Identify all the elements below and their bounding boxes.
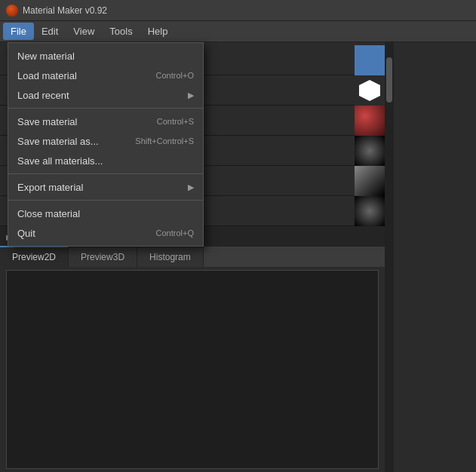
load-recent-label: Load recent: [17, 90, 188, 101]
close-material-label: Close material: [17, 208, 194, 219]
preview-1: [355, 45, 385, 75]
load-recent-arrow: ▶: [188, 90, 194, 100]
tab-preview2d[interactable]: Preview2D: [0, 246, 69, 267]
app-icon: [6, 5, 18, 17]
menu-bar: File Edit View Tools Help: [0, 21, 476, 42]
preview-4: [355, 136, 385, 166]
separator-2: [8, 173, 203, 174]
save-material-as-label: Save material as...: [17, 136, 135, 147]
quit-label: Quit: [17, 228, 156, 239]
tab-bar: Preview2D Preview3D Histogram: [0, 246, 385, 267]
menu-item-export-material[interactable]: Export material ▶: [8, 177, 203, 197]
title-text: Material Maker v0.92: [23, 5, 107, 16]
menu-file[interactable]: File: [3, 23, 34, 40]
separator-3: [8, 200, 203, 201]
preview-3: [355, 106, 385, 136]
menu-view[interactable]: View: [66, 23, 102, 40]
save-material-as-shortcut: Shift+Control+S: [135, 136, 194, 146]
preview-circular: [355, 196, 385, 226]
new-material-label: New material: [17, 51, 194, 62]
load-material-label: Load material: [17, 70, 156, 81]
menu-item-save-all-materials[interactable]: Save all materials...: [8, 151, 203, 170]
menu-help[interactable]: Help: [140, 23, 176, 40]
menu-item-new-material[interactable]: New material: [8, 46, 203, 66]
load-material-shortcut: Control+O: [156, 71, 194, 80]
scrollbar-thumb[interactable]: [386, 57, 392, 103]
preview-2: [355, 75, 385, 106]
menu-item-save-material-as[interactable]: Save material as... Shift+Control+S: [8, 131, 203, 151]
scrollbar-track[interactable]: [385, 42, 394, 472]
file-dropdown-menu: New material Load material Control+O Loa…: [8, 42, 204, 247]
save-material-label: Save material: [17, 116, 157, 127]
menu-edit[interactable]: Edit: [34, 23, 66, 40]
menu-item-load-material[interactable]: Load material Control+O: [8, 66, 203, 85]
quit-shortcut: Control+Q: [156, 228, 194, 238]
preview-canvas: [6, 270, 379, 469]
export-material-label: Export material: [17, 182, 188, 193]
save-all-materials-label: Save all materials...: [17, 155, 194, 167]
hex-icon: [359, 80, 380, 101]
menu-item-load-recent[interactable]: Load recent ▶: [8, 85, 203, 105]
save-material-shortcut: Control+S: [157, 117, 194, 126]
separator-1: [8, 108, 203, 109]
export-material-arrow: ▶: [188, 182, 194, 192]
tab-histogram[interactable]: Histogram: [137, 247, 204, 267]
preview-5: [355, 166, 385, 196]
menu-item-close-material[interactable]: Close material: [8, 204, 203, 223]
menu-item-save-material[interactable]: Save material Control+S: [8, 112, 203, 131]
menu-item-quit[interactable]: Quit Control+Q: [8, 223, 203, 243]
title-bar: Material Maker v0.92: [0, 0, 476, 21]
tab-preview3d[interactable]: Preview3D: [69, 247, 137, 267]
menu-tools[interactable]: Tools: [102, 23, 140, 40]
